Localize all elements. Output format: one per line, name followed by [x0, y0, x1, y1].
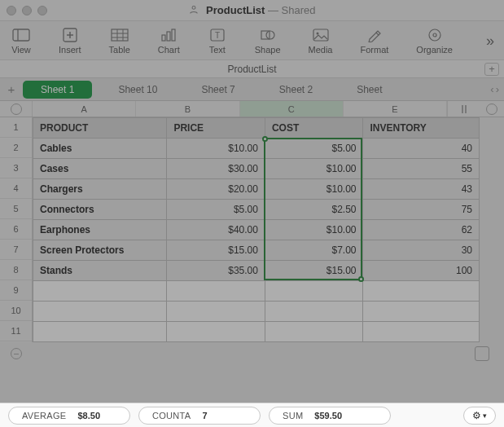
toolbar-shape[interactable]: Shape	[255, 27, 281, 55]
cell-empty[interactable]	[363, 281, 480, 302]
row-header-3[interactable]: 3	[0, 158, 32, 178]
add-column-handle[interactable]	[447, 101, 480, 117]
cell-empty[interactable]	[33, 302, 167, 322]
table-row[interactable]: Chargers$20.00$10.0043	[33, 179, 480, 200]
cell-empty[interactable]	[33, 281, 167, 302]
cell-price[interactable]: $35.00	[167, 261, 265, 281]
toolbar-media[interactable]: Media	[309, 27, 333, 55]
row-header-7[interactable]: 7	[0, 240, 32, 260]
table-row[interactable]: Earphones$40.00$10.0062	[33, 220, 480, 240]
cell-price[interactable]: $40.00	[167, 220, 265, 240]
cell-inventory[interactable]: 43	[363, 179, 480, 200]
row-header-9[interactable]: 9	[0, 280, 32, 301]
cell-product[interactable]: Cases	[33, 159, 167, 179]
cell-inventory[interactable]: 62	[363, 220, 480, 240]
table-row-empty[interactable]	[33, 281, 480, 302]
sheet-tab[interactable]: Sheet 10	[100, 81, 175, 99]
cell-empty[interactable]	[363, 322, 480, 342]
cell-inventory[interactable]: 55	[363, 159, 480, 179]
column-end-handle[interactable]	[480, 101, 504, 117]
toolbar-organize[interactable]: Organize	[416, 27, 453, 55]
column-header-B[interactable]: B	[136, 101, 239, 117]
cell-empty[interactable]	[363, 302, 480, 322]
cell-inventory[interactable]: 30	[363, 240, 480, 261]
table-header-cell[interactable]: PRICE	[167, 118, 265, 139]
column-header-E[interactable]: E	[344, 101, 447, 117]
cell-cost[interactable]: $2.50	[265, 200, 363, 220]
cell-product[interactable]: Earphones	[33, 220, 167, 240]
sheet-tab[interactable]: Sheet	[339, 81, 400, 99]
cell-empty[interactable]	[167, 281, 265, 302]
cell-price[interactable]: $15.00	[167, 240, 265, 261]
cell-product[interactable]: Screen Protectors	[33, 240, 167, 261]
row-header-2[interactable]: 2	[0, 138, 32, 158]
cell-product[interactable]: Stands	[33, 261, 167, 281]
table-row[interactable]: Stands$35.00$15.00100	[33, 261, 480, 281]
table-row-empty[interactable]	[33, 322, 480, 342]
toolbar-insert[interactable]: Insert	[59, 27, 81, 55]
data-table[interactable]: PRODUCTPRICECOSTINVENTORY Cables$10.00$5…	[33, 117, 480, 342]
table-resize-handle[interactable]	[475, 346, 489, 361]
table-row[interactable]: Screen Protectors$15.00$7.0030	[33, 240, 480, 261]
table-header-cell[interactable]: INVENTORY	[363, 118, 480, 139]
row-header-11[interactable]: 11	[0, 321, 32, 341]
sheet-scroll-right[interactable]: ›	[496, 83, 499, 95]
sheet-tab-active[interactable]: Sheet 1	[23, 81, 92, 99]
cell-cost[interactable]: $10.00	[265, 179, 363, 200]
status-pill-average[interactable]: AVERAGE $8.50	[8, 407, 130, 425]
toolbar-text[interactable]: T Text	[208, 27, 227, 55]
table-row[interactable]: Cases$30.00$10.0055	[33, 159, 480, 179]
cell-empty[interactable]	[167, 322, 265, 342]
sheet-scroll-left[interactable]: ‹	[490, 83, 493, 95]
cell-price[interactable]: $20.00	[167, 179, 265, 200]
status-pill-counta[interactable]: COUNTA 7	[138, 407, 261, 425]
cell-product[interactable]: Connectors	[33, 200, 167, 220]
table-row[interactable]: Cables$10.00$5.0040	[33, 139, 480, 159]
add-sheet-button[interactable]: +	[5, 82, 18, 96]
cell-inventory[interactable]: 100	[363, 261, 480, 281]
cell-empty[interactable]	[167, 302, 265, 322]
row-header-1[interactable]: 1	[0, 117, 32, 138]
cell-product[interactable]: Cables	[33, 139, 167, 159]
column-header-C[interactable]: C	[240, 101, 344, 117]
add-button[interactable]: +	[484, 63, 499, 76]
cell-empty[interactable]	[265, 281, 363, 302]
cell-inventory[interactable]: 40	[363, 139, 480, 159]
status-settings-button[interactable]: ⚙▾	[463, 407, 496, 425]
row-header-8[interactable]: 8	[0, 260, 32, 280]
document-name-text: ProductList	[227, 64, 276, 75]
cell-price[interactable]: $5.00	[167, 200, 265, 220]
toolbar-chart[interactable]: Chart	[158, 27, 180, 55]
cell-empty[interactable]	[265, 302, 363, 322]
table-handle-origin[interactable]	[0, 101, 33, 117]
cell-cost[interactable]: $10.00	[265, 159, 363, 179]
row-header-10[interactable]: 10	[0, 301, 32, 321]
table-row[interactable]: Connectors$5.00$2.5075	[33, 200, 480, 220]
cell-cost[interactable]: $15.00	[265, 261, 363, 281]
cell-empty[interactable]	[265, 322, 363, 342]
cell-inventory[interactable]: 75	[363, 200, 480, 220]
cell-cost[interactable]: $7.00	[265, 240, 363, 261]
cell-cost[interactable]: $10.00	[265, 220, 363, 240]
cell-empty[interactable]	[33, 322, 167, 342]
table-row-empty[interactable]	[33, 302, 480, 322]
row-header-5[interactable]: 5	[0, 199, 32, 219]
add-row-handle[interactable]	[0, 348, 33, 359]
column-header-A[interactable]: A	[33, 101, 136, 117]
table-header-cell[interactable]: PRODUCT	[33, 118, 167, 139]
cell-price[interactable]: $30.00	[167, 159, 265, 179]
toolbar-view[interactable]: View	[11, 27, 31, 55]
toolbar-overflow-button[interactable]: »	[486, 33, 494, 50]
toolbar-format[interactable]: Format	[361, 27, 389, 55]
status-pill-sum[interactable]: SUM $59.50	[269, 407, 391, 425]
sheet-tab[interactable]: Sheet 2	[261, 81, 331, 99]
toolbar-table[interactable]: Table	[109, 27, 130, 55]
row-header-4[interactable]: 4	[0, 178, 32, 199]
row-header-6[interactable]: 6	[0, 219, 32, 240]
toolbar-chart-label: Chart	[158, 45, 180, 55]
table-header-cell[interactable]: COST	[265, 118, 363, 139]
cell-product[interactable]: Chargers	[33, 179, 167, 200]
sheet-tab[interactable]: Sheet 7	[183, 81, 252, 99]
cell-price[interactable]: $10.00	[167, 139, 265, 159]
cell-cost[interactable]: $5.00	[265, 139, 363, 159]
